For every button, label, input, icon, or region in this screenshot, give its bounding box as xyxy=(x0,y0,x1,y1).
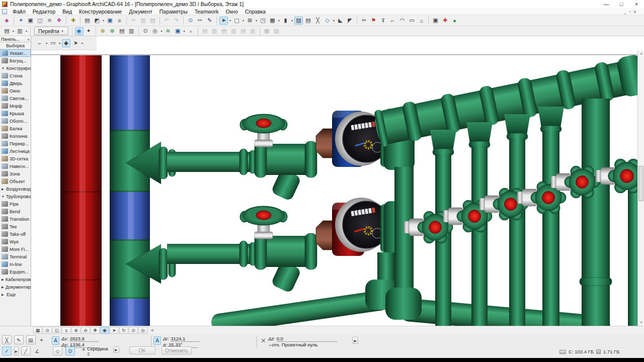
guide-line-icon[interactable]: ╱ xyxy=(21,346,31,355)
grid-dropdown-icon[interactable]: ▾ xyxy=(255,19,258,22)
paste-icon[interactable]: ▤ xyxy=(148,17,157,25)
sidebar-item-window[interactable]: Окно xyxy=(0,87,31,95)
menu-view[interactable]: Вид xyxy=(59,9,75,15)
redo-icon[interactable]: ↷ xyxy=(172,17,181,25)
sidebar-item-pointer[interactable]: Указат... xyxy=(0,49,31,57)
markup-6-icon[interactable]: ▥ xyxy=(249,27,257,35)
3d-style-icon[interactable]: ▦ xyxy=(33,327,42,334)
save-view-icon[interactable]: ▣ xyxy=(174,27,182,35)
adjust-icon[interactable]: ✚ xyxy=(69,17,77,25)
markup-8-icon[interactable]: ▨ xyxy=(272,27,281,35)
window-next-icon[interactable]: ▥ xyxy=(16,27,24,35)
sidebar-item-marquee[interactable]: Бегущ... xyxy=(0,57,31,64)
explore-icon[interactable]: ➤ xyxy=(110,327,119,334)
sidebar-item-wye[interactable]: Wye xyxy=(0,238,31,245)
sidebar-section-design[interactable]: ▼Конструиро xyxy=(0,64,31,72)
sidebar-item-in-line[interactable]: In-line xyxy=(0,260,31,268)
coord-more-icon[interactable]: ▸ xyxy=(352,337,358,344)
sidebar-item-stair[interactable]: Лестница xyxy=(0,147,31,155)
cut-icon[interactable]: ✂ xyxy=(129,17,138,25)
polyline-dropdown-icon[interactable]: ▾ xyxy=(45,41,48,45)
story-settings-icon[interactable]: ≋ xyxy=(45,17,54,25)
add-selection-icon[interactable]: ⊕ xyxy=(99,27,107,35)
fit-view-icon[interactable]: ◱ xyxy=(52,327,61,334)
copy-icon[interactable]: ▥ xyxy=(139,17,147,25)
mirror-icon[interactable]: ◤ xyxy=(346,17,354,25)
slab-icon[interactable]: ▦ xyxy=(268,17,277,25)
walk-icon[interactable]: ✦ xyxy=(85,27,93,35)
zoom-previous-icon[interactable]: ⊙ xyxy=(129,327,138,334)
window-prev-dropdown-icon[interactable]: ▾ xyxy=(12,29,15,33)
undo-icon[interactable]: ↶ xyxy=(163,17,171,25)
zoom-in-icon[interactable]: ⊕ xyxy=(71,327,80,334)
find-select-icon[interactable]: ⊙ xyxy=(186,17,195,25)
sidebar-section-more[interactable]: ▶Еще xyxy=(0,291,31,298)
sidebar-item-transition[interactable]: Transition xyxy=(0,215,31,223)
trim-icon[interactable]: ✂ xyxy=(360,17,368,25)
globe-icon[interactable]: ● xyxy=(450,17,459,25)
sidebar-section-cableway[interactable]: ▶Кабелепров xyxy=(0,276,31,283)
delete-icon[interactable]: ╳ xyxy=(313,17,322,25)
profile-manager-icon[interactable]: ◫ xyxy=(36,17,44,25)
marker-dropdown-icon[interactable]: ▾ xyxy=(160,29,164,33)
markup-3-icon[interactable]: ▤ xyxy=(220,27,228,35)
dz-field[interactable]: 0,0 xyxy=(277,336,337,342)
menu-window[interactable]: Окно xyxy=(222,9,242,15)
sidebar-item-more-fittings[interactable]: More Fi... xyxy=(0,245,31,253)
column-icon[interactable]: ▮ xyxy=(281,17,290,25)
arrow-tool-icon[interactable]: ➤ xyxy=(219,17,228,25)
markup-5-icon[interactable]: ▤ xyxy=(239,27,248,35)
menu-teamwork[interactable]: Teamwork xyxy=(191,9,222,15)
render-icon[interactable]: ● xyxy=(187,27,195,35)
pin-icon[interactable]: ✚ xyxy=(441,17,449,25)
panel-close-icon[interactable]: × xyxy=(27,37,30,42)
collapse-strip-icon[interactable]: < xyxy=(148,327,157,334)
dr-field[interactable]: 3124,1 xyxy=(171,336,200,342)
child-close-button[interactable]: x xyxy=(634,9,639,14)
sidebar-item-equipment[interactable]: Equipm... xyxy=(0,268,31,276)
split-icon[interactable]: ⚑ xyxy=(369,17,378,25)
marker-icon[interactable]: ◎ xyxy=(151,27,159,35)
coord-xy-icon[interactable]: A xyxy=(52,336,59,345)
coord-ra-icon[interactable]: A xyxy=(153,336,161,345)
sidebar-item-bend[interactable]: Bend xyxy=(0,208,31,215)
sidebar-item-object[interactable]: Объект xyxy=(0,177,31,185)
cancel-button[interactable]: Отменить xyxy=(162,346,192,354)
ok-button[interactable]: OK xyxy=(129,346,155,354)
open-dropdown-icon[interactable]: ▾ xyxy=(102,19,105,22)
close-button[interactable]: × xyxy=(629,1,644,8)
marquee-tool-icon[interactable]: ▢ xyxy=(232,17,241,25)
magnet-icon[interactable]: ◇ xyxy=(323,17,332,25)
group-icon[interactable]: ▣ xyxy=(431,17,440,25)
sidebar-item-skylight[interactable]: Светов... xyxy=(0,95,31,102)
menu-help[interactable]: Справка xyxy=(242,9,269,15)
find-view-icon[interactable]: ⊙ xyxy=(141,27,150,35)
layers-icon[interactable]: ≋ xyxy=(164,27,173,35)
pen-set-icon[interactable]: ✎ xyxy=(205,17,214,25)
zoom-step-icon[interactable]: ± xyxy=(62,327,71,334)
new-file-icon[interactable]: ▤ xyxy=(83,17,92,25)
sidebar-item-mesh[interactable]: 3D-сетка xyxy=(0,155,31,162)
orbit-icon[interactable]: ◉ xyxy=(100,327,109,334)
goto-button[interactable]: Перейти▾ xyxy=(34,27,68,35)
rotate-icon[interactable]: ↻ xyxy=(119,327,128,334)
sidebar-item-door[interactable]: Дверь xyxy=(0,79,31,87)
markup-4-icon[interactable]: ▥ xyxy=(229,27,238,35)
gravity-icon[interactable]: ◇ xyxy=(53,346,62,355)
sidebar-item-take-off[interactable]: Take-off xyxy=(0,230,31,238)
sidebar-section-pipework[interactable]: ▼Трубопрово xyxy=(0,193,31,200)
magic-wand-icon[interactable]: ❖ xyxy=(55,17,63,25)
scene-3d[interactable] xyxy=(31,50,637,326)
grid-snap-icon[interactable]: ⊞ xyxy=(246,17,254,25)
maximize-button[interactable]: □ xyxy=(614,1,629,8)
open-file-icon[interactable]: ◩ xyxy=(93,17,101,25)
sidebar-item-zone[interactable]: Зона xyxy=(0,170,31,177)
column-dropdown-icon[interactable]: ▾ xyxy=(290,19,294,22)
sidebar-item-pipe[interactable]: Pipe xyxy=(0,200,31,208)
sidebar-item-wall[interactable]: Стена xyxy=(0,72,31,79)
zoom-box-icon[interactable]: ⊙ xyxy=(43,327,52,334)
save-icon[interactable]: ▣ xyxy=(106,17,114,25)
window-prev-icon[interactable]: ▤ xyxy=(3,27,11,35)
mesh-icon[interactable]: ▤ xyxy=(304,17,312,25)
polyline-method-icon[interactable]: ⌐ xyxy=(36,39,44,47)
